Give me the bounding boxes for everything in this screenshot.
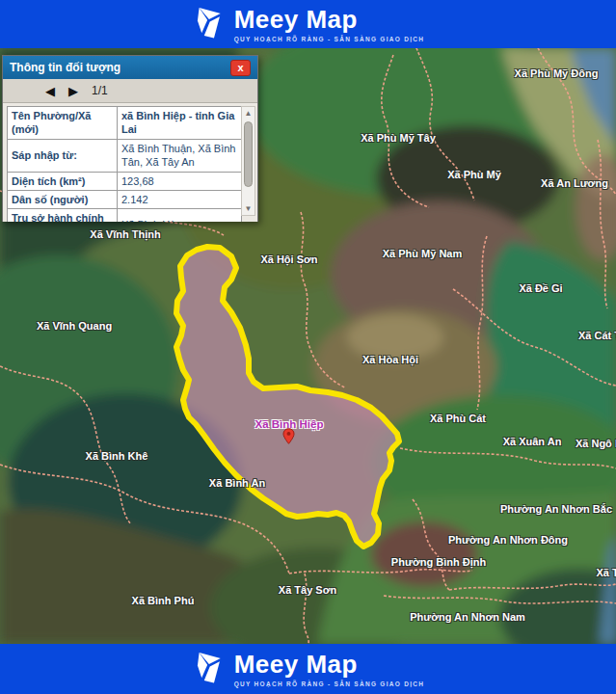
map-label-xa-binh-khe: Xã Bình Khê	[86, 450, 148, 462]
meey-map-logo-icon	[192, 651, 225, 687]
field-value: xã Bình Hiệp - tỉnh Gia Lai	[118, 107, 242, 140]
popup-scrollbar[interactable]: ▲ ▼	[241, 106, 255, 216]
field-value: 123,68	[118, 172, 242, 190]
field-value: 2.142	[118, 190, 242, 208]
brand-name: Meey Map	[234, 652, 425, 677]
table-row: Tên Phường/Xã (mới) xã Bình Hiệp - tỉnh …	[8, 107, 242, 140]
map-label-xa-cat-t: Xã Cát T	[578, 330, 616, 341]
table-row: Trụ sở hành chính (mới) Xã Bình Hòa	[8, 209, 242, 222]
map-label-xa-phu-my-tay: Xã Phù Mỹ Tây	[361, 132, 436, 144]
field-label: Tên Phường/Xã (mới)	[8, 107, 118, 140]
map-label-xa-vinh-quang: Xã Vĩnh Quang	[37, 320, 112, 332]
field-label: Dân số (người)	[8, 190, 118, 208]
next-page-icon[interactable]: ▶	[68, 85, 78, 97]
object-info-popup: Thông tin đối tượng x ◀ ▶ 1/1 Tên Phường…	[2, 55, 258, 222]
object-info-table: Tên Phường/Xã (mới) xã Bình Hiệp - tỉnh …	[7, 106, 242, 222]
scroll-up-icon[interactable]: ▲	[242, 107, 254, 120]
map-label-phuong-an-nhon-nam: Phường An Nhơn Nam	[410, 611, 525, 623]
field-label: Trụ sở hành chính (mới)	[8, 209, 118, 222]
map-label-xa-xuan-an: Xã Xuân An	[503, 436, 562, 447]
map-label-phuong-binh-dinh: Phường Bình Định	[391, 556, 486, 568]
popup-body: Tên Phường/Xã (mới) xã Bình Hiệp - tỉnh …	[3, 103, 257, 222]
popup-title-bar[interactable]: Thông tin đối tượng x	[3, 56, 257, 79]
map-label-xa-phu-cat: Xã Phù Cát	[430, 413, 486, 424]
table-row: Diện tích (km²) 123,68	[8, 172, 242, 190]
map-label-xa-ngo-m: Xã Ngô M	[576, 438, 616, 449]
map-label-xa-binh-an: Xã Bình An	[209, 477, 265, 489]
close-icon[interactable]: x	[230, 60, 251, 76]
map-label-phuong-an-nhon-bac: Phường An Nhơn Bắc	[500, 503, 612, 515]
map-label-xa-tu: Xã Tu	[596, 567, 616, 578]
prev-page-icon[interactable]: ◀	[45, 85, 55, 97]
footer-bar: Meey Map QUY HOẠCH RÕ RÀNG - SẴN SÀNG GI…	[0, 644, 616, 694]
meey-map-app: Meey Map QUY HOẠCH RÕ RÀNG - SẴN SÀNG GI…	[0, 0, 616, 694]
meey-map-logo-icon	[192, 6, 225, 42]
field-value: Xã Bình Hòa	[118, 209, 242, 222]
map-label-xa-hoa-hoi: Xã Hòa Hội	[362, 354, 418, 365]
field-label: Diện tích (km²)	[8, 172, 118, 190]
brand-name: Meey Map	[234, 7, 425, 32]
map-label-xa-tay-son: Xã Tây Sơn	[279, 584, 336, 596]
map-label-xa-de-gi: Xã Đề Gi	[519, 282, 562, 294]
field-value: Xã Bình Thuận, Xã Bình Tân, Xã Tây An	[118, 139, 242, 172]
table-row: Sáp nhập từ: Xã Bình Thuận, Xã Bình Tân,…	[8, 139, 242, 172]
table-row: Dân số (người) 2.142	[8, 190, 242, 208]
page-indicator: 1/1	[92, 84, 108, 97]
scrollbar-thumb[interactable]	[244, 121, 253, 187]
scroll-down-icon[interactable]: ▼	[242, 202, 254, 215]
popup-title: Thông tin đối tượng	[10, 61, 230, 74]
meey-map-footer-logo[interactable]: Meey Map QUY HOẠCH RÕ RÀNG - SẴN SÀNG GI…	[192, 651, 425, 687]
meey-map-logo[interactable]: Meey Map QUY HOẠCH RÕ RÀNG - SẴN SÀNG GI…	[192, 6, 425, 42]
map-label-xa-an-luong: Xã An Lương	[541, 177, 608, 189]
map-label-xa-binh-phu: Xã Bình Phú	[132, 595, 195, 606]
field-label: Sáp nhập từ:	[8, 139, 118, 172]
map-label-phuong-an-nhon-dong: Phường An Nhơn Đông	[448, 534, 568, 546]
location-pin-icon[interactable]	[282, 428, 295, 448]
brand-tagline: QUY HOẠCH RÕ RÀNG - SẴN SÀNG GIAO DỊCH	[234, 681, 425, 687]
header-bar: Meey Map QUY HOẠCH RÕ RÀNG - SẴN SÀNG GI…	[0, 0, 616, 48]
popup-pagination: ◀ ▶ 1/1	[3, 79, 257, 103]
brand-tagline: QUY HOẠCH RÕ RÀNG - SẴN SÀNG GIAO DỊCH	[234, 36, 425, 42]
map-label-xa-vinh-thinh: Xã Vĩnh Thịnh	[90, 228, 160, 240]
map-label-xa-phu-my: Xã Phù Mỹ	[447, 169, 501, 180]
map-label-xa-phu-my-dong: Xã Phù Mỹ Đông	[515, 67, 599, 79]
map-label-xa-phu-my-nam: Xã Phù Mỹ Nam	[383, 248, 463, 259]
map-label-xa-hoi-son: Xã Hội Sơn	[260, 254, 317, 265]
